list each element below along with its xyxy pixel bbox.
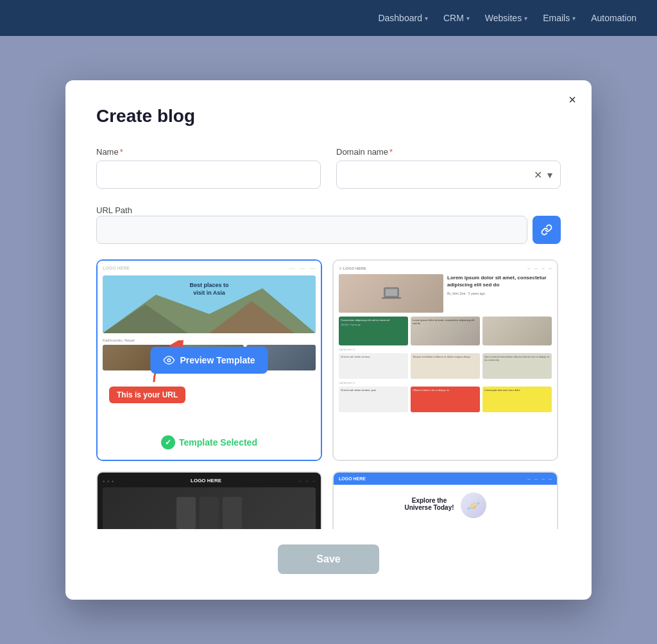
tmpl3-logo: LOGO HERE	[191, 478, 221, 483]
tmpl2-hero-text: Lorem ipsum dolor sit amet, consectetur …	[447, 274, 552, 313]
form-row-name-domain: Name* Domain name* techguysm.systeme.io …	[96, 147, 561, 189]
tmpl2-category2-label: CATEGORY 3	[339, 381, 552, 385]
tmpl4-hero: Explore theUniverse Today! 🪐	[334, 485, 557, 526]
link-icon	[541, 224, 552, 236]
template-card-3[interactable]: ●●● LOGO HERE ———	[96, 471, 322, 529]
template-card-2-content: ⊙ LOGO HERE ————	[334, 261, 557, 460]
tmpl4-logo: LOGO HERE	[339, 476, 366, 481]
selected-label: Template Selected	[179, 437, 257, 448]
template-card-4[interactable]: LOGO HERE ———— Explore theUniverse Today…	[332, 471, 558, 529]
tmpl2-card-2: Lorem ipsum dolor sit amet, consectetur …	[411, 317, 480, 345]
tmpl4-nav: ————	[527, 477, 552, 481]
tmpl3-nav: ———	[298, 479, 316, 483]
tmpl4-planet-icon: 🪐	[461, 492, 486, 518]
tmpl4-title: Explore theUniverse Today!	[404, 497, 454, 511]
tmpl3-header: ●●● LOGO HERE ———	[103, 478, 316, 483]
tmpl2-hero-image	[339, 274, 443, 313]
url-link-button[interactable]	[533, 216, 561, 244]
tmpl1-location: Kathmandu, Nepal	[103, 338, 316, 342]
tmpl1-header: LOGO HERE ——————	[103, 266, 316, 270]
tmpl2-row2-c3: Quis nostrud exercitation ullamco labori…	[482, 353, 552, 379]
template-grid: LOGO HERE —————— Best places tovisit in	[96, 259, 561, 529]
tmpl1-hero-text: Best places tovisit in Asia	[189, 282, 228, 297]
modal-overlay: × Create blog Name* Domain name* techguy…	[0, 0, 657, 644]
tmpl2-bottom-c3: Consequat duis aute irure dolor	[482, 387, 552, 412]
preview-template-label: Preview Template	[180, 355, 255, 365]
modal-close-button[interactable]: ×	[568, 93, 576, 106]
url-path-label: URL Path	[96, 205, 132, 215]
svg-rect-8	[382, 297, 401, 299]
eye-icon	[163, 354, 175, 366]
tmpl2-top-section: Lorem ipsum dolor sit amet, consectetur …	[339, 274, 552, 313]
tmpl1-nav: ——————	[289, 266, 316, 270]
domain-icons: ✕ ▾	[534, 169, 552, 181]
template-card-2[interactable]: ⊙ LOGO HERE ————	[332, 259, 558, 461]
name-input[interactable]	[96, 161, 321, 189]
tmpl2-bottom-grid: Ut enim ad minim veniam, quis Ullamco la…	[339, 387, 552, 412]
tmpl2-card-grid: Consectetur adipiscing elit sed do eiusm…	[339, 317, 552, 345]
svg-point-5	[167, 359, 171, 362]
tmpl1-logo: LOGO HERE	[103, 266, 130, 270]
url-annotation: This is your URL	[109, 387, 185, 403]
url-path-input[interactable]: https://techguysm.systeme.io/	[96, 216, 527, 244]
template-card-4-content: LOGO HERE ———— Explore theUniverse Today…	[334, 473, 557, 529]
domain-label: Domain name*	[336, 147, 561, 157]
template-selected-badge: ✓ Template Selected	[161, 435, 257, 449]
tmpl2-category-label: CATEGORY 2	[339, 348, 552, 351]
name-label: Name*	[96, 147, 321, 157]
tmpl1-hero-image: Best places tovisit in Asia	[103, 275, 316, 333]
domain-input[interactable]: techguysm.systeme.io	[345, 170, 534, 180]
url-path-section: URL Path https://techguysm.systeme.io/	[96, 204, 561, 244]
template-card-3-content: ●●● LOGO HERE ———	[98, 473, 321, 529]
tmpl4-header: LOGO HERE ————	[334, 473, 557, 485]
tmpl2-header: ⊙ LOGO HERE ————	[339, 266, 552, 270]
check-circle-icon: ✓	[161, 435, 175, 449]
tmpl2-logo-icon: ⊙ LOGO HERE	[339, 266, 366, 270]
tmpl2-row2-c1: Ut enim ad minim veniam,	[339, 353, 408, 379]
url-input-wrapper: https://techguysm.systeme.io/	[96, 216, 561, 244]
tmpl2-nav: ————	[527, 266, 552, 270]
tmpl2-row2-grid: Ut enim ad minim veniam, Tempor incididu…	[339, 353, 552, 379]
svg-rect-7	[386, 289, 397, 296]
domain-field-group: Domain name* techguysm.systeme.io ✕ ▾	[336, 147, 561, 189]
modal-title: Create blog	[96, 106, 561, 126]
preview-template-button[interactable]: Preview Template	[150, 347, 268, 374]
save-section: Save	[96, 544, 561, 574]
tmpl3-dots-row: ●●●	[103, 479, 114, 483]
domain-dropdown-icon[interactable]: ▾	[547, 169, 552, 181]
url-annotation-badge: This is your URL	[109, 387, 185, 403]
template-card-1[interactable]: LOGO HERE —————— Best places tovisit in	[96, 259, 322, 461]
tmpl2-row2-c2: Tempor incididunt ut labore et dolore ma…	[411, 353, 480, 379]
tmpl2-bottom-c2: Ullamco laboris nisi ut aliquip ex	[411, 387, 480, 412]
laptop-icon	[382, 284, 401, 303]
name-field-group: Name*	[96, 147, 321, 189]
domain-input-wrapper[interactable]: techguysm.systeme.io ✕ ▾	[336, 161, 561, 189]
tmpl2-card-3	[482, 317, 552, 345]
tmpl2-card-1: Consectetur adipiscing elit sed do eiusm…	[339, 317, 408, 345]
domain-clear-icon[interactable]: ✕	[534, 169, 542, 181]
create-blog-modal: × Create blog Name* Domain name* techguy…	[65, 80, 592, 600]
tmpl2-bottom-c1: Ut enim ad minim veniam, quis	[339, 387, 408, 412]
save-button[interactable]: Save	[278, 544, 379, 574]
tmpl3-hero	[103, 487, 316, 529]
